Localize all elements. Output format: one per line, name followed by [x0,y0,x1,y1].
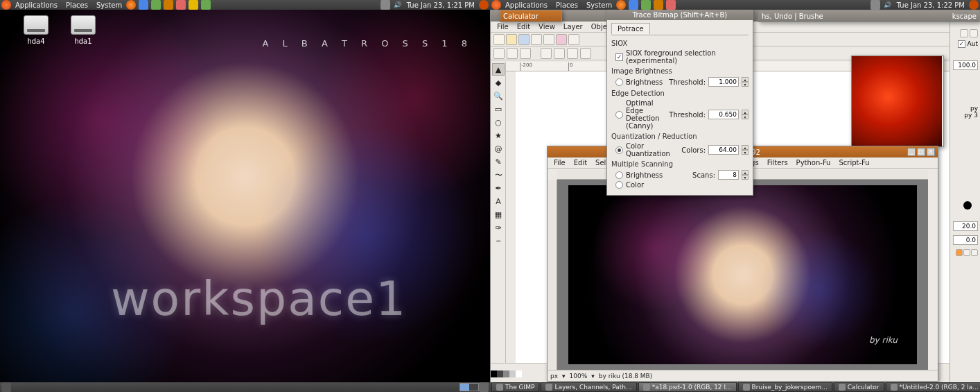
spiral-tool[interactable]: @ [492,142,505,155]
menu-applications[interactable]: Applications [11,1,62,9]
text-tool[interactable]: A [492,195,505,207]
unit-label[interactable]: px [550,373,558,380]
colors-input[interactable] [708,145,739,155]
clock[interactable]: Tue Jan 23, 1:21 PM [403,1,479,9]
minimize-button[interactable]: _ [907,148,916,156]
save-icon[interactable] [518,34,530,45]
palette-icon[interactable] [971,249,978,256]
rotate-cw-icon[interactable] [554,48,565,59]
task-button[interactable]: *a18.psd-1.0 (RGB, 12 l... [638,382,737,392]
launcher-icon-3[interactable] [666,0,676,10]
export-icon[interactable] [568,34,579,45]
rect-tool[interactable]: ▭ [492,103,505,115]
aut-checkbox[interactable] [958,40,965,48]
edge-threshold-input[interactable] [708,110,739,119]
menu-script-fu[interactable]: Script-Fu [835,158,873,167]
menu-edit[interactable]: Edit [514,22,534,31]
launcher-icon-2[interactable] [654,0,663,10]
spin-buttons[interactable]: ▴▾ [742,145,749,155]
drive-hda1[interactable]: hda1 [67,15,100,45]
gimp-canvas[interactable]: by riku [557,180,928,370]
task-button[interactable]: Layers, Channels, Path... [541,382,636,392]
task-button[interactable]: Calculator [834,382,884,392]
evolution-icon[interactable] [139,0,148,10]
print-icon[interactable] [531,34,542,45]
logout-icon[interactable] [479,0,489,10]
maximize-button[interactable]: □ [917,148,925,156]
ubuntu-logo-icon[interactable] [1,0,11,10]
selector-tool[interactable]: ▲ [492,63,505,76]
trash-icon[interactable] [479,382,489,392]
bruise-image-canvas[interactable] [852,56,942,146]
firefox-launcher-icon[interactable] [616,0,626,10]
connector-tool[interactable]: ⎓ [492,235,505,247]
align-center-icon[interactable] [507,48,518,59]
star-tool[interactable]: ★ [492,129,505,142]
val-input-2[interactable] [953,221,978,231]
workspace-switcher[interactable] [460,383,479,391]
brightness-radio[interactable] [615,78,623,86]
close-button[interactable]: × [927,148,935,156]
dropper-tool[interactable]: ✑ [492,221,505,234]
menu-file[interactable]: File [550,158,569,167]
color-swatches[interactable] [491,370,522,377]
calculator-titlebar[interactable]: Calculator [500,10,561,22]
bruise-image-window[interactable] [851,56,944,147]
dock-icon[interactable] [960,29,968,37]
task-button[interactable]: Bruise_by_jokerspoem... [738,382,832,392]
menu-layer[interactable]: Layer [560,22,586,31]
open-file-icon[interactable] [506,34,517,45]
zoom-tool[interactable]: 🔍 [492,90,505,102]
import-icon[interactable] [556,34,567,45]
logout-icon[interactable] [969,0,979,10]
val-input-3[interactable] [953,235,978,245]
val-input[interactable] [953,60,978,70]
align-right-icon[interactable] [520,48,531,59]
potrace-tab[interactable]: Potrace [611,23,650,34]
spin-buttons[interactable]: ▴▾ [742,170,749,180]
bezier-tool[interactable]: 〜 [492,169,505,181]
edge-radio[interactable] [615,111,623,119]
menu-applications[interactable]: Applications [501,1,552,9]
menu-python-fu[interactable]: Python-Fu [793,158,834,167]
palette-icon[interactable] [963,249,970,256]
launcher-icon-5[interactable] [201,0,211,10]
task-button[interactable]: The GIMP [491,382,539,392]
launcher-icon-3[interactable] [176,0,186,10]
task-button[interactable]: *Untitled-2.0 (RGB, 2 la... [886,382,980,392]
evolution-icon[interactable] [629,0,638,10]
menu-places[interactable]: Places [552,1,582,9]
multi-color-radio[interactable] [615,181,623,189]
dock-icon[interactable] [970,29,978,37]
menu-system[interactable]: System [582,1,616,9]
drive-hda4[interactable]: hda4 [19,15,53,45]
menu-places[interactable]: Places [62,1,92,9]
ubuntu-logo-icon[interactable] [491,0,501,10]
menu-view[interactable]: View [535,22,559,31]
volume-icon[interactable]: 🔊 [883,0,893,10]
launcher-icon[interactable] [151,0,161,10]
spin-buttons[interactable]: ▴▾ [742,77,749,87]
show-desktop-icon[interactable] [1,382,11,392]
flip-v-icon[interactable] [580,48,591,59]
node-tool[interactable]: ◆ [492,76,505,89]
gradient-tool[interactable]: ▦ [492,208,505,221]
firefox-launcher-icon[interactable] [126,0,136,10]
zoom-label[interactable]: 100% [570,373,588,380]
calculator-window[interactable]: Calculator [500,10,562,22]
new-file-icon[interactable] [493,34,505,45]
flip-h-icon[interactable] [567,48,578,59]
menu-file[interactable]: File [493,22,512,31]
inkscape-secondary-window[interactable]: hs, Undo | Brushe kscape [758,10,980,22]
rotate-ccw-icon[interactable] [541,48,552,59]
launcher-icon-2[interactable] [164,0,173,10]
clock[interactable]: Tue Jan 23, 1:22 PM [893,1,969,9]
scans-input[interactable] [718,170,739,180]
spin-buttons[interactable]: ▴▾ [742,110,749,119]
menu-filters[interactable]: Filters [764,158,791,167]
calligraphy-tool[interactable]: ✒ [492,182,505,194]
ellipse-tool[interactable]: ○ [492,116,505,128]
palette-icon[interactable] [956,249,963,256]
align-left-icon[interactable] [493,48,505,59]
volume-icon[interactable]: 🔊 [393,0,403,10]
